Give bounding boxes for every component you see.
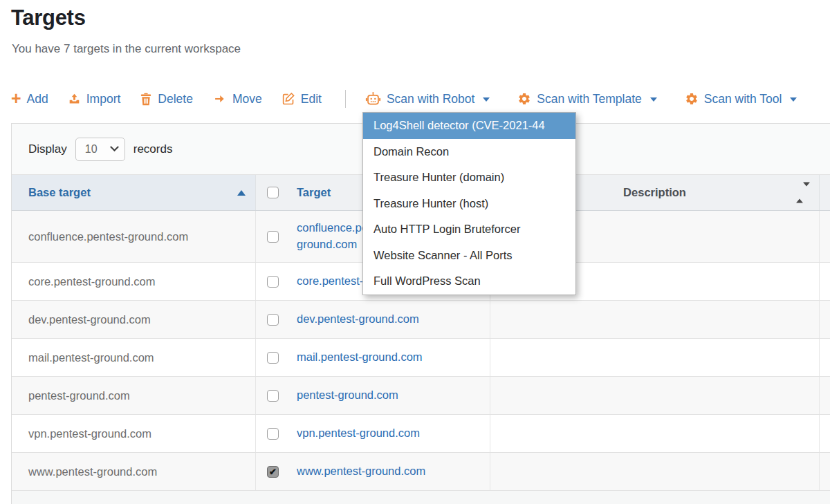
- chevron-down-icon: [790, 97, 797, 102]
- page-subtitle: You have 7 targets in the current worksp…: [12, 42, 241, 56]
- edit-pencil-icon: [282, 92, 295, 106]
- row-checkbox[interactable]: [267, 466, 279, 478]
- base-target-cell: pentest-ground.com: [12, 377, 256, 414]
- row-checkbox[interactable]: [267, 390, 279, 402]
- gear-icon: [685, 92, 699, 106]
- move-button[interactable]: Move: [212, 92, 262, 106]
- gear-icon: [517, 92, 531, 106]
- robot-icon: [365, 91, 381, 107]
- column-header-extra: [820, 175, 830, 210]
- description-cell: [490, 415, 820, 452]
- toolbar-separator: [345, 90, 346, 108]
- base-target-cell: www.pentest-ground.com: [12, 453, 256, 490]
- sort-ascending-icon: [237, 190, 246, 196]
- base-target-cell: dev.pentest-ground.com: [12, 301, 256, 338]
- row-checkbox[interactable]: [267, 428, 279, 440]
- chevron-down-icon: [110, 142, 119, 151]
- menu-item-website-scanner-all-ports[interactable]: Website Scanner - All Ports: [363, 243, 575, 269]
- menu-item-treasure-hunter-host[interactable]: Treasure Hunter (host): [363, 191, 575, 217]
- row-checkbox[interactable]: [267, 352, 279, 364]
- base-target-cell: confluence.pentest-ground.com: [12, 211, 256, 262]
- trash-icon: [140, 92, 152, 106]
- target-link[interactable]: mail.pentest-ground.com: [297, 349, 423, 366]
- row-checkbox[interactable]: [267, 231, 279, 243]
- row-checkbox[interactable]: [267, 276, 279, 288]
- menu-item-full-wordpress-scan[interactable]: Full WordPress Scan: [363, 268, 575, 295]
- description-cell: [490, 301, 820, 338]
- select-all-checkbox[interactable]: [267, 187, 279, 198]
- base-target-cell: mail.pentest-ground.com: [12, 339, 256, 376]
- move-button-label: Move: [232, 92, 262, 106]
- chevron-down-icon: [650, 97, 657, 102]
- description-cell: [490, 339, 820, 376]
- menu-item-log4shell-detector[interactable]: Log4Shell detector (CVE-2021-44: [363, 113, 575, 139]
- target-header-label: Target: [297, 186, 331, 199]
- scan-with-robot-button[interactable]: Scan with Robot: [365, 91, 490, 107]
- base-target-cell: vpn.pentest-ground.com: [12, 415, 256, 452]
- column-header-base-target[interactable]: Base target: [12, 175, 256, 210]
- description-cell: [490, 377, 820, 414]
- delete-button[interactable]: Delete: [140, 92, 193, 106]
- import-icon: [68, 93, 81, 106]
- records-label: records: [133, 142, 173, 156]
- menu-item-domain-recon[interactable]: Domain Recon: [363, 139, 575, 165]
- targets-toolbar: + Add Import Delete: [11, 89, 816, 109]
- description-cell: [490, 453, 820, 490]
- base-target-cell: core.pentest-ground.com: [12, 263, 256, 300]
- table-row: www.pentest-ground.com www.pentest-groun…: [12, 453, 830, 491]
- menu-item-treasure-hunter-domain[interactable]: Treasure Hunter (domain): [363, 165, 575, 191]
- display-label: Display: [28, 142, 67, 156]
- import-button[interactable]: Import: [68, 92, 121, 106]
- scan-with-robot-dropdown-menu: Log4Shell detector (CVE-2021-44 Domain R…: [362, 112, 576, 295]
- scan-with-template-button[interactable]: Scan with Template: [517, 92, 656, 106]
- description-header-label: Description: [623, 186, 686, 199]
- table-row: dev.pentest-ground.com dev.pentest-groun…: [12, 301, 830, 339]
- scan-with-template-label: Scan with Template: [537, 92, 641, 106]
- page-size-value: 10: [85, 143, 98, 156]
- sort-both-icon: [796, 186, 810, 199]
- menu-item-auto-http-login-bruteforcer[interactable]: Auto HTTP Login Bruteforcer: [363, 216, 575, 243]
- import-button-label: Import: [86, 92, 121, 106]
- target-link[interactable]: vpn.pentest-ground.com: [297, 425, 420, 442]
- target-link[interactable]: dev.pentest-ground.com: [297, 311, 419, 328]
- edit-button[interactable]: Edit: [282, 92, 322, 106]
- edit-button-label: Edit: [301, 92, 322, 106]
- table-row: pentest-ground.com pentest-ground.com: [12, 377, 830, 415]
- arrow-right-icon: [212, 93, 227, 105]
- page-title: Targets: [11, 6, 86, 30]
- add-button-label: Add: [27, 92, 48, 106]
- target-link[interactable]: www.pentest-ground.com: [297, 463, 425, 480]
- base-target-header-label: Base target: [28, 186, 91, 199]
- target-link[interactable]: pentest-ground.com: [297, 387, 398, 404]
- table-row: mail.pentest-ground.com mail.pentest-gro…: [12, 339, 830, 377]
- delete-button-label: Delete: [158, 92, 193, 106]
- row-checkbox[interactable]: [267, 314, 279, 326]
- page-size-select[interactable]: 10: [75, 138, 125, 161]
- table-footer-bar: [12, 491, 830, 504]
- scan-with-robot-label: Scan with Robot: [387, 92, 474, 106]
- table-row: vpn.pentest-ground.com vpn.pentest-groun…: [12, 415, 830, 453]
- plus-icon: +: [11, 91, 21, 105]
- scan-with-tool-label: Scan with Tool: [704, 92, 782, 106]
- scan-with-tool-button[interactable]: Scan with Tool: [685, 92, 797, 106]
- add-button[interactable]: + Add: [11, 92, 48, 106]
- chevron-down-icon: [483, 97, 490, 102]
